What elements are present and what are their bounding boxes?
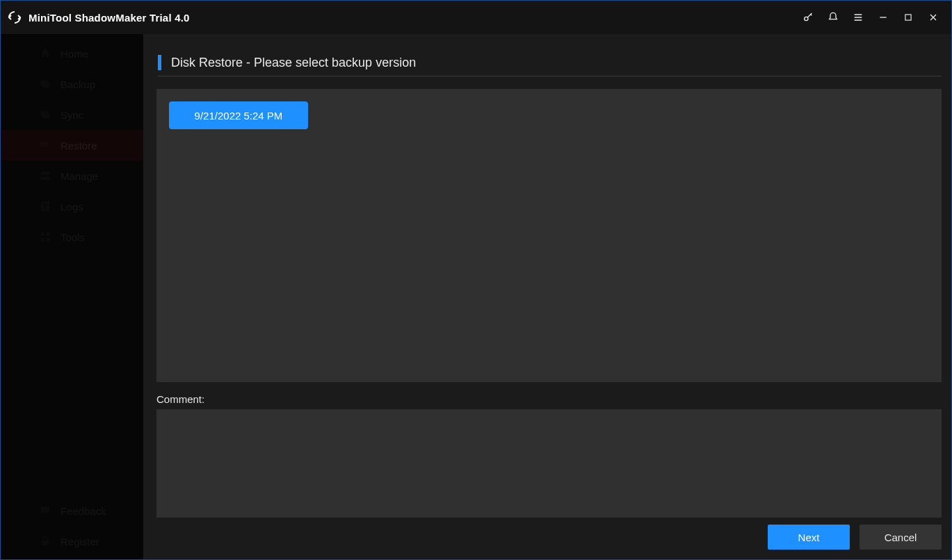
svg-rect-12 bbox=[47, 232, 50, 236]
main-panel: Disk Restore - Please select backup vers… bbox=[144, 34, 951, 559]
manage-icon bbox=[38, 169, 52, 183]
feedback-icon bbox=[38, 504, 52, 518]
key-icon[interactable] bbox=[796, 5, 821, 30]
svg-text:C: C bbox=[46, 146, 50, 152]
sidebar-item-label: Feedback bbox=[60, 505, 106, 517]
svg-rect-11 bbox=[40, 232, 44, 236]
notification-icon[interactable] bbox=[821, 5, 846, 30]
restore-icon: C bbox=[38, 138, 52, 152]
sidebar: Home Backup Sync C Restore bbox=[1, 34, 144, 559]
sync-icon bbox=[38, 108, 52, 122]
sidebar-item-label: Manage bbox=[60, 170, 98, 182]
backup-icon bbox=[38, 77, 52, 91]
tools-icon bbox=[38, 230, 52, 244]
sidebar-item-manage[interactable]: Manage bbox=[1, 160, 143, 191]
svg-rect-3 bbox=[42, 83, 50, 88]
titlebar: MiniTool ShadowMaker Trial 4.0 bbox=[1, 1, 951, 34]
svg-rect-9 bbox=[40, 177, 50, 181]
sidebar-item-label: Logs bbox=[60, 201, 83, 213]
footer-buttons: Next Cancel bbox=[768, 525, 942, 550]
close-icon[interactable] bbox=[921, 5, 946, 30]
backup-version-chip[interactable]: 9/21/2022 5:24 PM bbox=[169, 101, 308, 129]
cancel-button[interactable]: Cancel bbox=[860, 525, 942, 550]
svg-rect-13 bbox=[40, 238, 44, 242]
sidebar-item-feedback[interactable]: Feedback bbox=[1, 495, 143, 526]
page-header: Disk Restore - Please select backup vers… bbox=[158, 55, 942, 76]
app-window: MiniTool ShadowMaker Trial 4.0 bbox=[0, 0, 952, 560]
minimize-icon[interactable] bbox=[871, 5, 896, 30]
sidebar-item-home[interactable]: Home bbox=[1, 38, 143, 69]
sidebar-item-label: Tools bbox=[60, 231, 85, 243]
page-title: Disk Restore - Please select backup vers… bbox=[171, 56, 416, 70]
header-accent bbox=[158, 55, 161, 70]
sidebar-item-label: Home bbox=[60, 48, 88, 60]
sidebar-item-label: Restore bbox=[60, 140, 97, 151]
svg-rect-15 bbox=[42, 541, 49, 546]
backup-version-panel: 9/21/2022 5:24 PM bbox=[156, 89, 942, 382]
next-button[interactable]: Next bbox=[768, 525, 850, 550]
sidebar-item-restore[interactable]: C Restore bbox=[1, 130, 143, 160]
app-logo-icon bbox=[5, 8, 24, 27]
app-title: MiniTool ShadowMaker Trial 4.0 bbox=[29, 12, 190, 24]
svg-rect-1 bbox=[905, 15, 911, 20]
svg-rect-14 bbox=[47, 238, 50, 242]
sidebar-item-register[interactable]: Register bbox=[1, 526, 143, 557]
svg-rect-8 bbox=[40, 172, 50, 175]
sidebar-item-logs[interactable]: Logs bbox=[1, 191, 143, 222]
sidebar-item-label: Backup bbox=[60, 79, 95, 90]
svg-rect-5 bbox=[42, 113, 50, 119]
maximize-icon[interactable] bbox=[896, 5, 921, 30]
sidebar-item-sync[interactable]: Sync bbox=[1, 99, 143, 130]
comment-label: Comment: bbox=[156, 393, 942, 405]
sidebar-item-label: Sync bbox=[60, 109, 83, 121]
sidebar-item-backup[interactable]: Backup bbox=[1, 69, 143, 99]
sidebar-item-label: Register bbox=[60, 536, 99, 547]
home-icon bbox=[38, 47, 52, 60]
logs-icon bbox=[38, 199, 52, 213]
svg-point-0 bbox=[805, 17, 808, 20]
comment-panel bbox=[156, 409, 942, 518]
sidebar-item-tools[interactable]: Tools bbox=[1, 222, 143, 252]
lock-icon bbox=[38, 534, 52, 548]
menu-icon[interactable] bbox=[846, 5, 871, 30]
body: Home Backup Sync C Restore bbox=[1, 34, 951, 559]
